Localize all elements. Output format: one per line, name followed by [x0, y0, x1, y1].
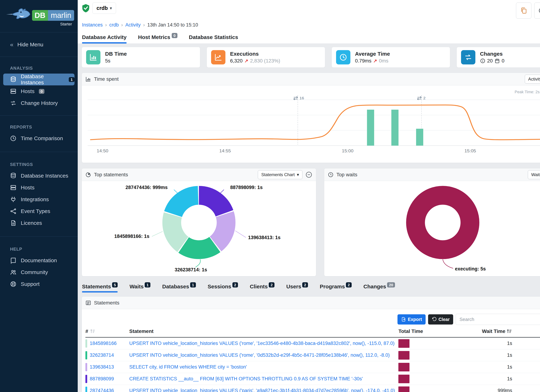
statement-id-link[interactable]: 326238714 — [90, 352, 114, 358]
tab-label: Sessions — [208, 283, 231, 289]
nodes-icon — [10, 208, 16, 214]
database-icon — [10, 173, 16, 179]
metric-card-average-time[interactable]: Average Time0.79ms↗0ms — [332, 47, 450, 68]
metric-value: 0.79ms — [355, 58, 371, 64]
tab-programs[interactable]: Programs2 — [320, 283, 352, 293]
sidebar-item-licences[interactable]: Licences — [3, 217, 75, 229]
instance-selector[interactable]: crdb ▾ — [92, 3, 116, 14]
sidebar-item-documentation[interactable]: Documentation — [3, 254, 75, 266]
statement-text-link[interactable]: UPSERT INTO vehicle_location_histories V… — [129, 341, 395, 346]
top-waits-chart[interactable]: executing: 5s — [324, 181, 540, 276]
sidebar-item-change-history[interactable]: Change History — [3, 97, 75, 109]
metric-card-executions[interactable]: Executions6,320↗2,830 (123%) — [207, 47, 325, 68]
server-icon — [10, 184, 16, 191]
time-range-button[interactable]: Custom 13th Jan — [534, 3, 540, 19]
tab-database-activity[interactable]: Database Activity — [82, 34, 127, 44]
sidebar-nav: ANALYSISDatabase Instances1Hosts0Change … — [0, 61, 78, 293]
wait-time-value: 1s — [437, 352, 512, 358]
statement-id-link[interactable]: 287474436 — [90, 388, 114, 392]
sidebar-item-hosts[interactable]: Hosts0 — [3, 85, 75, 97]
sidebar-item-integrations[interactable]: Integrations — [3, 194, 75, 205]
statement-text-link[interactable]: SELECT city, id FROM vehicles WHERE city… — [129, 364, 247, 370]
sidebar-item-database-instances[interactable]: Database Instances — [3, 170, 75, 182]
tab-changes[interactable]: Changes20 — [364, 283, 395, 293]
sort-asc-icon[interactable] — [507, 329, 512, 334]
main-area: crdb ▾ C — [78, 0, 540, 392]
total-time-bar — [398, 387, 410, 392]
statement-text-link[interactable]: CREATE STATISTICS __auto__ FROM [63] WIT… — [129, 376, 363, 382]
count-badge: 1 — [69, 77, 75, 82]
tab-host-metrics[interactable]: Host Metrics0 — [138, 34, 177, 44]
statements-chart-select[interactable]: Statements Chart ▾ — [258, 170, 302, 179]
book-icon — [10, 257, 16, 264]
tab-users[interactable]: Users2 — [286, 283, 308, 293]
tab-waits[interactable]: Waits1 — [130, 283, 150, 293]
sidebar-item-database-instances[interactable]: Database Instances1 — [3, 74, 75, 85]
chevron-down-icon: ▾ — [110, 6, 112, 10]
donut-slice-executing[interactable] — [415, 195, 470, 250]
tab-statements[interactable]: Statements5 — [82, 283, 118, 293]
copy-link-button[interactable] — [516, 3, 531, 19]
sidebar-item-event-types[interactable]: Event Types — [3, 205, 75, 217]
executions-bar[interactable] — [367, 110, 374, 146]
donut-label: 139638413: 1s — [248, 235, 280, 240]
col-statement-label[interactable]: Statement — [129, 328, 398, 334]
executions-bar[interactable] — [416, 129, 423, 145]
col-hash-label[interactable]: # — [85, 328, 88, 334]
sidebar-section-reports: REPORTSTime Comparison — [0, 119, 78, 147]
tab-databases[interactable]: Databases1 — [162, 283, 196, 293]
collapse-icon[interactable] — [305, 171, 312, 178]
tab-label: Database Activity — [82, 34, 127, 40]
top-statements-chart[interactable]: 287474436: 999ms887898099: 1s1845898166:… — [82, 181, 316, 276]
statement-id-link[interactable]: 1845898166 — [90, 341, 117, 346]
statement-color-chip — [85, 387, 87, 392]
col-wait-time-label[interactable]: Wait Time — [482, 328, 505, 334]
export-button[interactable]: Export — [397, 314, 425, 324]
sidebar-item-time-comparison[interactable]: Time Comparison — [3, 133, 75, 144]
statement-id-link[interactable]: 139638413 — [90, 364, 114, 370]
statement-text-link[interactable]: UPSERT INTO vehicle_location_histories V… — [129, 352, 390, 358]
top-waits-header: Top waits Waits Chart ▾ — [324, 169, 540, 181]
metric-delta: 0ms — [379, 58, 388, 64]
tab-clients[interactable]: Clients2 — [250, 283, 275, 293]
caret-down-icon: ▾ — [297, 172, 299, 177]
tab-sessions[interactable]: Sessions2 — [208, 283, 238, 293]
export-label: Export — [408, 317, 422, 322]
sidebar-item-hosts[interactable]: Hosts — [3, 182, 75, 194]
tab-count-badge: 2 — [302, 282, 308, 288]
metric-card-db-time[interactable]: DB Time5s — [82, 47, 200, 68]
swap-icon — [461, 50, 475, 65]
sort-icon[interactable] — [90, 329, 95, 334]
sidebar-item-support[interactable]: Support — [3, 278, 75, 290]
sidebar-item-label: Licences — [21, 220, 42, 226]
bar-chart-icon — [85, 76, 91, 82]
breadcrumb-link[interactable]: crdb — [109, 22, 119, 28]
col-total-time-label[interactable]: Total Time — [398, 328, 437, 334]
statements-table: # Statement Total Time Wait Time Weight … — [82, 328, 540, 392]
tab-database-statistics[interactable]: Database Statistics — [189, 34, 238, 44]
sidebar-item-label: Event Types — [21, 208, 50, 214]
hide-menu-button[interactable]: « Hide Menu — [0, 36, 78, 53]
donut-label: 326238714: 1s — [175, 267, 207, 273]
statement-id-link[interactable]: 887898099 — [90, 376, 114, 382]
statement-text-link[interactable]: UPSERT INTO vehicle_location_histories V… — [129, 388, 395, 392]
tab-label: Statements — [82, 283, 111, 289]
time-spent-chart[interactable]: Peak Time: 2s, Executions: 837 16 — [82, 85, 540, 163]
statements-toolbar: Export Clear — [82, 309, 540, 328]
peak-annotation: Peak Time: 2s, Executions: 837 — [515, 90, 540, 94]
waits-chart-select[interactable]: Waits Chart ▾ — [528, 170, 540, 179]
activity-chart-select[interactable]: Activity Chart ▾ — [525, 75, 540, 84]
breadcrumb-link[interactable]: Instances — [82, 22, 103, 28]
sidebar: DB marlin Starter « Hide Menu ANALYSISDa… — [0, 0, 78, 392]
clear-button[interactable]: Clear — [428, 314, 453, 324]
clear-label: Clear — [439, 317, 450, 322]
weight-value: 20% — [512, 352, 540, 358]
search-input[interactable] — [456, 314, 540, 325]
breadcrumb-link[interactable]: Activity — [125, 22, 141, 28]
sidebar-item-community[interactable]: Community — [3, 266, 75, 278]
executions-bar[interactable] — [391, 110, 399, 146]
top-statements-panel: Top statements Statements Chart ▾ 287474… — [82, 168, 316, 276]
label-connector — [443, 259, 453, 268]
breadcrumb-separator: › — [105, 22, 107, 28]
metric-card-changes[interactable]: Changes200 — [457, 47, 540, 68]
